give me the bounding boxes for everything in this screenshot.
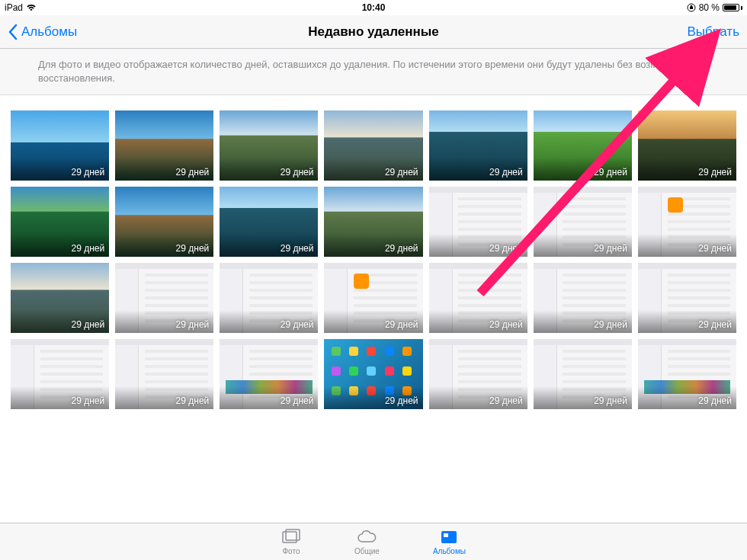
status-right: 80 % bbox=[687, 2, 742, 13]
days-remaining-label: 29 дней bbox=[71, 319, 104, 330]
photo-thumbnail[interactable]: 29 дней bbox=[534, 110, 632, 181]
photo-thumbnail[interactable]: 29 дней bbox=[11, 339, 109, 409]
battery-icon bbox=[723, 4, 742, 11]
days-remaining-label: 29 дней bbox=[698, 319, 732, 330]
wifi-icon bbox=[26, 4, 37, 11]
days-remaining-label: 29 дней bbox=[489, 395, 523, 406]
navigation-bar: Альбомы Недавно удаленные Выбрать bbox=[0, 15, 747, 49]
tab-shared[interactable]: Общие bbox=[354, 529, 380, 555]
photo-thumbnail[interactable]: 29 дней bbox=[11, 263, 109, 333]
battery-pct: 80 % bbox=[699, 2, 720, 13]
photo-thumbnail[interactable]: 29 дней bbox=[324, 263, 422, 333]
photo-thumbnail[interactable]: 29 дней bbox=[534, 187, 632, 257]
photo-thumbnail[interactable]: 29 дней bbox=[429, 263, 527, 333]
days-remaining-label: 29 дней bbox=[385, 167, 418, 178]
days-remaining-label: 29 дней bbox=[71, 243, 104, 254]
days-remaining-label: 29 дней bbox=[594, 167, 627, 178]
albums-icon bbox=[439, 529, 459, 546]
photo-thumbnail[interactable]: 29 дней bbox=[220, 339, 318, 409]
tab-label: Фото bbox=[283, 547, 300, 555]
photo-thumbnail[interactable]: 29 дней bbox=[638, 110, 736, 181]
photo-thumbnail[interactable]: 29 дней bbox=[324, 110, 422, 181]
photo-thumbnail[interactable]: 29 дней bbox=[220, 263, 318, 333]
tab-bar: Фото Общие Альбомы bbox=[0, 523, 747, 560]
photo-grid: 29 дней29 дней29 дней29 дней29 дней29 дн… bbox=[11, 110, 736, 409]
days-remaining-label: 29 дней bbox=[489, 167, 523, 178]
back-label: Альбомы bbox=[21, 24, 77, 40]
photo-thumbnail[interactable]: 29 дней bbox=[638, 263, 736, 333]
cloud-icon bbox=[357, 529, 377, 546]
days-remaining-label: 29 дней bbox=[176, 395, 210, 406]
photo-thumbnail[interactable]: 29 дней bbox=[115, 263, 213, 333]
days-remaining-label: 29 дней bbox=[698, 395, 732, 406]
days-remaining-label: 29 дней bbox=[176, 243, 210, 254]
days-remaining-label: 29 дней bbox=[281, 167, 314, 178]
status-left: iPad bbox=[5, 2, 37, 13]
photo-thumbnail[interactable]: 29 дней bbox=[220, 187, 318, 257]
svg-rect-1 bbox=[283, 532, 297, 542]
photo-thumbnail[interactable]: 29 дней bbox=[638, 339, 736, 409]
photo-thumbnail[interactable]: 29 дней bbox=[11, 110, 109, 181]
status-time: 10:40 bbox=[362, 2, 386, 13]
days-remaining-label: 29 дней bbox=[71, 395, 104, 406]
photo-thumbnail[interactable]: 29 дней bbox=[534, 263, 632, 333]
select-button[interactable]: Выбрать bbox=[688, 24, 739, 40]
photo-thumbnail[interactable]: 29 дней bbox=[115, 339, 213, 409]
photo-thumbnail[interactable]: 29 дней bbox=[534, 339, 632, 409]
tab-label: Альбомы bbox=[433, 547, 466, 555]
photo-thumbnail[interactable]: 29 дней bbox=[429, 110, 527, 181]
days-remaining-label: 29 дней bbox=[489, 243, 523, 254]
days-remaining-label: 29 дней bbox=[71, 167, 104, 178]
days-remaining-label: 29 дней bbox=[281, 395, 314, 406]
days-remaining-label: 29 дней bbox=[594, 243, 627, 254]
days-remaining-label: 29 дней bbox=[281, 243, 314, 254]
back-button[interactable]: Альбомы bbox=[8, 24, 77, 40]
days-remaining-label: 29 дней bbox=[489, 319, 523, 330]
days-remaining-label: 29 дней bbox=[594, 395, 627, 406]
tab-label: Общие bbox=[354, 547, 380, 555]
days-remaining-label: 29 дней bbox=[385, 243, 418, 254]
photo-thumbnail[interactable]: 29 дней bbox=[115, 110, 213, 181]
photo-thumbnail[interactable]: 29 дней bbox=[11, 187, 109, 257]
days-remaining-label: 29 дней bbox=[698, 243, 732, 254]
photo-thumbnail[interactable]: 29 дней bbox=[220, 110, 318, 181]
photo-thumbnail[interactable]: 29 дней bbox=[324, 339, 422, 409]
device-label: iPad bbox=[5, 2, 23, 13]
photo-grid-area: 29 дней29 дней29 дней29 дней29 дней29 дн… bbox=[0, 95, 747, 525]
info-text: Для фото и видео отображается количество… bbox=[38, 59, 695, 84]
photos-icon bbox=[281, 529, 301, 546]
tab-photos[interactable]: Фото bbox=[281, 529, 301, 555]
orientation-lock-icon bbox=[687, 3, 696, 12]
days-remaining-label: 29 дней bbox=[385, 395, 418, 406]
photo-thumbnail[interactable]: 29 дней bbox=[324, 187, 422, 257]
info-banner: Для фото и видео отображается количество… bbox=[0, 49, 747, 95]
photo-thumbnail[interactable]: 29 дней bbox=[429, 187, 527, 257]
days-remaining-label: 29 дней bbox=[698, 167, 732, 178]
days-remaining-label: 29 дней bbox=[281, 319, 314, 330]
days-remaining-label: 29 дней bbox=[176, 167, 210, 178]
days-remaining-label: 29 дней bbox=[176, 319, 210, 330]
days-remaining-label: 29 дней bbox=[385, 319, 418, 330]
status-bar: iPad 10:40 80 % bbox=[0, 0, 747, 15]
photo-thumbnail[interactable]: 29 дней bbox=[638, 187, 736, 257]
svg-rect-2 bbox=[286, 530, 300, 540]
tab-albums[interactable]: Альбомы bbox=[433, 529, 466, 555]
page-title: Недавно удаленные bbox=[308, 24, 439, 40]
chevron-left-icon bbox=[8, 24, 18, 40]
days-remaining-label: 29 дней bbox=[594, 319, 627, 330]
photo-thumbnail[interactable]: 29 дней bbox=[429, 339, 527, 409]
photo-thumbnail[interactable]: 29 дней bbox=[115, 187, 213, 257]
svg-rect-4 bbox=[444, 533, 448, 537]
